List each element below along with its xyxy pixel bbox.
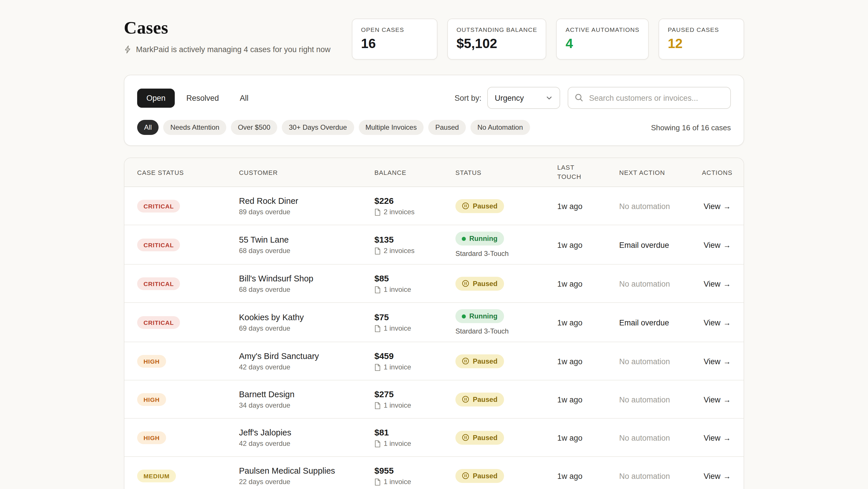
balance-cell: $135 2 invoices (374, 228, 456, 261)
view-label: View (704, 395, 720, 404)
col-actions: ACTIONS (702, 164, 733, 181)
results-count: Showing 16 of 16 cases (651, 123, 731, 132)
view-button[interactable]: View→ (704, 202, 731, 210)
case-status-cell: CRITICAL (137, 232, 239, 257)
balance-amount: $226 (374, 196, 456, 206)
stat-label: PAUSED CASES (668, 26, 735, 33)
last-touch-cell: 1w ago (557, 311, 619, 334)
customer-cell: Bill's Windsurf Shop 68 days overdue (239, 267, 374, 300)
actions-cell: View→ (702, 311, 731, 334)
case-status-cell: CRITICAL (137, 271, 239, 296)
severity-badge: CRITICAL (137, 238, 180, 251)
subtitle-text: MarkPaid is actively managing 4 cases fo… (136, 45, 331, 54)
invoice-count: 1 invoice (384, 439, 411, 448)
balance-cell: $955 1 invoice (374, 459, 456, 489)
last-touch-cell: 1w ago (557, 388, 619, 411)
filter-chip-no-automation[interactable]: No Automation (470, 120, 530, 135)
search-box (568, 87, 731, 109)
balance-cell: $226 2 invoices (374, 189, 456, 222)
file-icon (374, 324, 381, 332)
col-last-touch: LAST TOUCH (557, 158, 619, 186)
invoice-line: 1 invoice (374, 324, 456, 333)
customer-name: Bill's Windsurf Shop (239, 274, 374, 283)
filter-chip-multiple-invoices[interactable]: Multiple Invoices (359, 120, 424, 135)
balance-cell: $75 1 invoice (374, 306, 456, 339)
stat-value: 4 (566, 36, 640, 52)
filter-chip-over-500[interactable]: Over $500 (231, 120, 277, 135)
last-touch: 1w ago (557, 279, 582, 288)
invoice-line: 1 invoice (374, 363, 456, 371)
overdue-label: 68 days overdue (239, 247, 374, 255)
tab-all[interactable]: All (230, 88, 258, 108)
table-row: MEDIUM Paulsen Medical Supplies 22 days … (124, 457, 744, 489)
invoice-line: 1 invoice (374, 478, 456, 486)
case-status-cell: HIGH (137, 348, 239, 374)
last-touch: 1w ago (557, 433, 582, 442)
last-touch: 1w ago (557, 240, 582, 249)
customer-cell: Jeff's Jalopies 42 days overdue (239, 421, 374, 454)
stat-card-paused-cases: PAUSED CASES 12 (658, 19, 744, 60)
actions-cell: View→ (702, 349, 731, 373)
automation-name: Stardard 3-Touch (456, 250, 557, 258)
arrow-right-icon: → (723, 318, 731, 327)
view-button[interactable]: View→ (704, 318, 731, 327)
next-action-cell: Email overdue (619, 311, 702, 334)
view-button[interactable]: View→ (704, 240, 731, 249)
search-input[interactable] (568, 87, 731, 109)
stat-cards: OPEN CASES 16 OUTSTANDING BALANCE $5,102… (352, 19, 744, 60)
customer-name: Red Rock Diner (239, 196, 374, 205)
invoice-line: 2 invoices (374, 208, 456, 216)
cases-table: CASE STATUS CUSTOMER BALANCE STATUS LAST… (124, 157, 744, 489)
pause-circle-icon (462, 472, 469, 480)
cases-page: Cases MarkPaid is actively managing 4 ca… (0, 0, 868, 489)
overdue-label: 42 days overdue (239, 439, 374, 447)
col-customer: CUSTOMER (239, 164, 374, 181)
chevron-down-icon (546, 94, 553, 101)
table-row: HIGH Amy's Bird Sanctuary 42 days overdu… (124, 342, 744, 380)
last-touch-cell: 1w ago (557, 464, 619, 487)
view-button[interactable]: View→ (704, 357, 731, 366)
filter-chip-needs-attention[interactable]: Needs Attention (163, 120, 226, 135)
last-touch-cell: 1w ago (557, 272, 619, 295)
search-icon (575, 93, 583, 102)
view-label: View (704, 202, 720, 210)
arrow-right-icon: → (723, 395, 731, 404)
next-action-cell: No automation (619, 388, 702, 411)
status-badge: Paused (456, 277, 504, 290)
view-label: View (704, 318, 720, 327)
overdue-label: 89 days overdue (239, 208, 374, 216)
overdue-label: 69 days overdue (239, 324, 374, 332)
balance-amount: $85 (374, 273, 456, 283)
view-label: View (704, 471, 720, 480)
tab-resolved[interactable]: Resolved (177, 88, 228, 108)
filter-chip-all[interactable]: All (137, 120, 159, 135)
sort-select[interactable]: Urgency (487, 87, 560, 109)
view-button[interactable]: View→ (704, 471, 731, 480)
last-touch: 1w ago (557, 471, 582, 480)
tab-open[interactable]: Open (137, 88, 175, 108)
case-status-cell: HIGH (137, 386, 239, 412)
next-action: No automation (619, 395, 670, 404)
status-badge: Paused (456, 354, 504, 368)
severity-badge: HIGH (137, 393, 166, 406)
status-badge: Paused (456, 392, 504, 406)
next-action-cell: No automation (619, 426, 702, 449)
customer-name: 55 Twin Lane (239, 235, 374, 244)
customer-cell: Paulsen Medical Supplies 22 days overdue (239, 459, 374, 489)
invoice-count: 1 invoice (384, 363, 411, 371)
status-label: Paused (473, 279, 497, 287)
filter-chip-paused[interactable]: Paused (428, 120, 466, 135)
status-label: Running (469, 312, 497, 320)
table-row: CRITICAL Kookies by Kathy 69 days overdu… (124, 303, 744, 342)
filter-chip-30-days-overdue[interactable]: 30+ Days Overdue (282, 120, 354, 135)
last-touch: 1w ago (557, 357, 582, 366)
actions-cell: View→ (702, 272, 731, 295)
overdue-label: 42 days overdue (239, 363, 374, 371)
balance-amount: $275 (374, 389, 456, 399)
view-button[interactable]: View→ (704, 433, 731, 442)
customer-name: Amy's Bird Sanctuary (239, 351, 374, 361)
view-button[interactable]: View→ (704, 279, 731, 288)
invoice-count: 2 invoices (384, 208, 414, 216)
balance-amount: $75 (374, 312, 456, 322)
view-button[interactable]: View→ (704, 395, 731, 404)
